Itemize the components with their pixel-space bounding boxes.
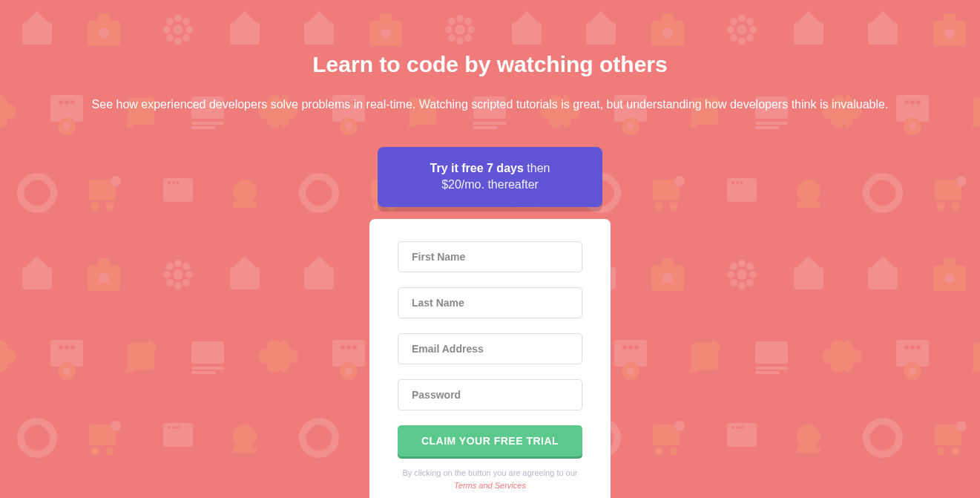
terms-text: By clicking on the button you are agreei… [398, 467, 582, 493]
terms-link[interactable]: Terms and Services [454, 481, 526, 490]
password-field[interactable] [398, 379, 582, 410]
signup-form-card: CLAIM YOUR FREE TRIAL By clicking on the… [369, 219, 611, 498]
claim-trial-button[interactable]: CLAIM YOUR FREE TRIAL [398, 425, 582, 456]
email-field[interactable] [398, 333, 582, 364]
terms-prefix: By clicking on the button you are agreei… [402, 468, 577, 477]
first-name-field[interactable] [398, 241, 582, 272]
last-name-field[interactable] [398, 287, 582, 318]
page-subtitle: See how experienced developers solve pro… [92, 96, 889, 114]
promo-bold-text: Try it free 7 days [430, 162, 524, 174]
promo-banner[interactable]: Try it free 7 days then $20/mo. thereaft… [378, 147, 602, 207]
page-title: Learn to code by watching others [312, 52, 667, 77]
